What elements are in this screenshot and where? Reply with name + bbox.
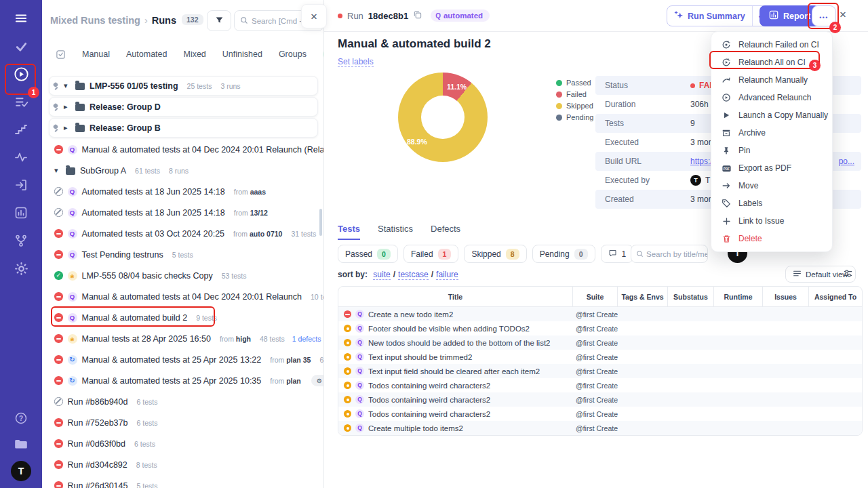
run-list-item[interactable]: SubGroup A 61 tests 8 runs	[42, 160, 323, 181]
run-list-item[interactable]: Manual & automated tests at 25 Apr 2025 …	[42, 370, 323, 391]
chip-pending[interactable]: Pending0	[532, 245, 595, 263]
expand-chevron-icon[interactable]	[64, 123, 71, 132]
analytics-chart-icon[interactable]	[12, 204, 30, 222]
build-url-link-end[interactable]: po...	[839, 157, 854, 166]
column-settings-icon[interactable]	[843, 268, 853, 281]
run-summary-button[interactable]: Run Summary	[667, 5, 774, 26]
more-actions-button[interactable]	[812, 5, 836, 26]
tab-mixed[interactable]: Mixed	[183, 49, 205, 59]
filter-button[interactable]	[207, 10, 231, 31]
run-list-item[interactable]: Test Pending testruns 5 tests	[42, 244, 323, 265]
run-list-item[interactable]: Release: Group D	[49, 97, 318, 117]
menu-launch-copy-manually[interactable]: Launch a Copy Manually	[711, 106, 832, 124]
menu-relaunch-manually[interactable]: Relaunch Manually	[711, 71, 832, 89]
run-list-item[interactable]: Manual & automated tests at 04 Dec 2024 …	[42, 286, 323, 307]
tests-search[interactable]	[631, 245, 708, 263]
menu-advanced-relaunch[interactable]: Advanced Relaunch	[711, 89, 832, 106]
chip-passed[interactable]: Passed0	[338, 245, 398, 263]
col-suite[interactable]: Suite	[573, 287, 618, 306]
tab-statistics[interactable]: Statistics	[378, 224, 413, 240]
settings-gear-icon[interactable]	[12, 260, 30, 277]
tab-manual[interactable]: Manual	[82, 49, 110, 59]
tab-groups[interactable]: Groups	[279, 49, 307, 59]
chip-comments[interactable]: 1	[601, 245, 634, 263]
test-row[interactable]: Create a new todo item2 @first Create ..…	[338, 307, 862, 321]
menu-export-as-pdf[interactable]: PDFExport as PDF	[711, 159, 832, 177]
menu-move[interactable]: Move	[711, 177, 832, 195]
report-button[interactable]: Report	[760, 5, 820, 26]
menu-delete[interactable]: Delete	[711, 230, 832, 247]
run-list-item[interactable]: Automated tests at 18 Jun 2025 14:18 fro…	[42, 181, 323, 202]
run-list-item[interactable]: Manual & automated build 2 9 tests	[42, 307, 323, 328]
set-labels-link[interactable]: Set labels	[338, 57, 374, 67]
workflow-branch-icon[interactable]	[12, 232, 30, 249]
run-list-item[interactable]: Run #b86b940d 6 tests	[42, 391, 323, 412]
panel-close-button[interactable]: ×	[301, 4, 327, 28]
run-list-item[interactable]: Run #0d63f0bd 6 tests	[42, 433, 323, 454]
run-list-item[interactable]: Run #26d30145 5 tests	[42, 475, 323, 488]
run-list-item[interactable]: Run #d304c892 8 tests	[42, 454, 323, 475]
breadcrumb-page[interactable]: Runs	[152, 15, 176, 26]
tab-unfinished[interactable]: Unfinished	[222, 49, 262, 59]
scrollbar-thumb[interactable]	[319, 209, 322, 236]
test-row[interactable]: Create multiple todo items2 @first Creat…	[338, 421, 862, 435]
menu-relaunch-all-on-ci[interactable]: Relaunch All on CI	[711, 54, 832, 71]
menu-labels[interactable]: Labels	[711, 195, 832, 212]
expand-chevron-icon[interactable]	[64, 81, 71, 90]
milestones-steps-icon[interactable]	[12, 121, 30, 138]
run-list-item[interactable]: Manual & automated tests at 25 Apr 2025 …	[42, 349, 323, 370]
tab-automated[interactable]: Automated	[126, 49, 167, 59]
menu-icon[interactable]	[12, 9, 30, 27]
test-row[interactable]: Footer should be visible when adding TOD…	[338, 321, 862, 336]
tests-search-input[interactable]	[646, 250, 707, 258]
runs-play-icon[interactable]	[12, 65, 30, 83]
sort-by-testcase[interactable]: testcase	[398, 270, 429, 280]
build-url-link[interactable]: https:/	[690, 157, 713, 166]
col-issues[interactable]: Issues	[763, 287, 809, 306]
projects-folder-icon[interactable]	[12, 435, 30, 453]
select-all-icon[interactable]	[56, 48, 66, 60]
copy-icon[interactable]	[413, 10, 422, 21]
expand-chevron-icon[interactable]	[64, 102, 71, 111]
run-list-item[interactable]: LMP-555 08/04 basic checks Copy 53 tests	[42, 265, 323, 286]
test-row[interactable]: Text input field should be cleared after…	[338, 364, 862, 378]
run-list-item[interactable]: Run #752eb37b 6 tests	[42, 412, 323, 433]
chip-failed[interactable]: Failed1	[403, 245, 459, 263]
chip-skipped[interactable]: Skipped8	[464, 245, 526, 263]
run-list-item[interactable]: Manual tests at 28 Apr 2025 16:50 from h…	[42, 328, 323, 349]
menu-link-to-issue[interactable]: Link to Issue	[711, 212, 832, 230]
help-icon[interactable]: ?	[12, 409, 30, 427]
close-run-detail-icon[interactable]: ×	[840, 9, 846, 20]
col-title[interactable]: Title	[338, 287, 573, 306]
test-row[interactable]: Text input should be trimmed2 @first Cre…	[338, 350, 862, 364]
tests-check-icon[interactable]	[12, 37, 30, 55]
tests-table-body: Create a new todo item2 @first Create ..…	[338, 307, 862, 435]
run-defects-count[interactable]: 1 defects	[292, 335, 321, 343]
menu-archive[interactable]: Archive	[711, 124, 832, 142]
breadcrumb-project[interactable]: Mixed Runs testing	[50, 15, 140, 26]
col-tags-envs[interactable]: Tags & Envs	[618, 287, 668, 306]
run-list-item[interactable]: Release: Group B	[49, 118, 318, 138]
col-assigned-to[interactable]: Assigned To	[809, 287, 862, 306]
col-substatus[interactable]: Substatus	[668, 287, 714, 306]
sort-by-suite[interactable]: suite	[373, 270, 390, 280]
test-row[interactable]: Todos containing weird characters2 @firs…	[338, 392, 862, 407]
menu-relaunch-failed-on-ci[interactable]: Relaunch Failed on CI	[711, 36, 832, 54]
sort-by-failure[interactable]: failure	[436, 270, 458, 280]
test-row[interactable]: New todos should be added to the bottom …	[338, 336, 862, 350]
test-plans-icon[interactable]	[12, 93, 30, 110]
expand-chevron-icon[interactable]	[54, 166, 61, 175]
run-list-item[interactable]: Manual & automated tests at 04 Dec 2024 …	[42, 139, 323, 160]
menu-pin[interactable]: Pin	[711, 142, 832, 159]
account-avatar[interactable]: T	[11, 461, 31, 481]
test-row[interactable]: Todos containing weird characters2 @firs…	[338, 407, 862, 421]
col-runtime[interactable]: Runtime	[714, 287, 763, 306]
run-list-item[interactable]: Automated tests at 18 Jun 2025 14:18 fro…	[42, 202, 323, 223]
import-icon[interactable]	[12, 176, 30, 194]
tab-tests[interactable]: Tests	[338, 224, 360, 240]
run-list-item[interactable]: Automated tests at 03 Oct 2024 20:25 fro…	[42, 223, 323, 244]
tab-defects[interactable]: Defects	[431, 224, 460, 240]
run-list-item[interactable]: LMP-556 01/05 testing 25 tests 3 runs	[49, 76, 318, 96]
test-row[interactable]: Todos containing weird characters2 @firs…	[338, 378, 862, 392]
pulse-activity-icon[interactable]	[12, 148, 30, 166]
